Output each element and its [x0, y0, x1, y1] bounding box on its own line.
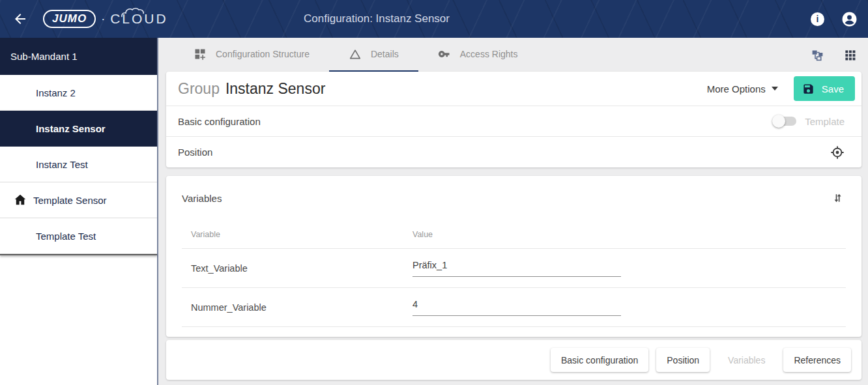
back-button[interactable] — [9, 8, 31, 30]
swap-vertical-icon — [832, 192, 845, 205]
save-floppy-icon — [802, 83, 815, 95]
template-toggle-group: Template — [774, 116, 845, 127]
tab-details[interactable]: Details — [329, 38, 418, 72]
heading-name: Instanz Sensor — [225, 80, 325, 98]
dashboard-add-icon — [194, 48, 207, 61]
more-options-label: More Options — [707, 83, 766, 94]
key-icon — [438, 48, 451, 61]
chevron-down-icon — [772, 87, 778, 91]
variables-nav-button: Variables — [717, 348, 775, 372]
sidebar-item-template-sensor[interactable]: Template Sensor — [0, 182, 157, 218]
variables-header: Variables — [166, 176, 861, 220]
toggle-knob — [772, 115, 785, 128]
account-button[interactable] — [841, 11, 858, 27]
grid-icon — [844, 49, 856, 61]
column-header-variable: Variable — [182, 230, 412, 239]
group-config-card: Group Instanz Sensor More Options — [166, 72, 861, 167]
triangle-icon — [349, 48, 362, 61]
save-button[interactable]: Save — [794, 76, 855, 101]
info-icon: i — [811, 12, 824, 26]
sidebar-item-instanz-test[interactable]: Instanz Test — [0, 147, 157, 182]
group-heading-row: Group Instanz Sensor More Options — [166, 72, 861, 106]
heading-prefix: Group — [178, 80, 220, 98]
home-icon — [13, 193, 27, 207]
tab-bar-actions — [811, 38, 856, 72]
variable-name: Nummer_Variable — [182, 302, 412, 313]
hierarchy-icon — [811, 48, 824, 62]
template-toggle[interactable] — [774, 117, 796, 126]
tab-label: Access Rights — [460, 49, 518, 59]
variables-card: Variables Variable Value Text_Variable — [166, 176, 861, 337]
save-label: Save — [822, 83, 844, 94]
account-icon — [841, 11, 858, 27]
page-title: Configuration: Instanz Sensor — [304, 12, 450, 25]
sidebar-item-instanz-sensor[interactable]: Instanz Sensor — [0, 111, 157, 147]
app-window: JUMO · CLOUD Configuration: Instanz Sens… — [0, 0, 868, 385]
sidebar-item-label: Instanz Sensor — [36, 123, 106, 134]
position-nav-button[interactable]: Position — [656, 348, 710, 372]
tab-configuration-structure[interactable]: Configuration Structure — [174, 38, 329, 72]
info-button[interactable]: i — [811, 12, 824, 26]
cloud-arc-icon — [121, 5, 148, 21]
sidebar-item-label: Instanz Test — [36, 159, 88, 170]
position-label: Position — [178, 147, 212, 158]
sidebar-item-label: Template Sensor — [33, 195, 107, 206]
basic-configuration-label: Basic configuration — [178, 116, 261, 127]
sort-variables-button[interactable] — [832, 192, 845, 205]
jumo-cloud-logo: JUMO · CLOUD — [43, 10, 168, 28]
column-header-value: Value — [412, 230, 846, 239]
heading-actions: More Options Save — [707, 76, 855, 101]
logo-separator: · — [101, 12, 105, 26]
variables-title: Variables — [182, 193, 222, 204]
app-header: JUMO · CLOUD Configuration: Instanz Sens… — [0, 0, 868, 38]
tab-label: Configuration Structure — [216, 49, 310, 59]
basic-configuration-row[interactable]: Basic configuration Template — [166, 106, 861, 137]
tab-bar: Configuration Structure Details Access R… — [160, 38, 868, 72]
template-toggle-label: Template — [805, 116, 845, 127]
jumo-logo-text: JUMO — [43, 10, 96, 28]
sidebar-item-label: Instanz 2 — [36, 87, 76, 98]
sidebar-item-template-test[interactable]: Template Test — [0, 218, 157, 254]
table-row: Text_Variable — [182, 249, 846, 288]
text-variable-input[interactable] — [412, 260, 621, 277]
tab-label: Details — [371, 49, 399, 59]
number-variable-input[interactable] — [412, 299, 621, 316]
sidebar-header: Sub-Mandant 1 — [0, 38, 157, 75]
group-heading: Group Instanz Sensor — [178, 80, 325, 98]
section-nav-footer: Basic configuration Position Variables R… — [166, 340, 861, 380]
variable-name: Text_Variable — [182, 263, 412, 274]
apps-menu-button[interactable] — [844, 49, 856, 61]
sidebar-item-label: Template Test — [36, 231, 96, 242]
variables-table: Variable Value Text_Variable Nummer_Vari… — [182, 220, 846, 327]
basic-configuration-nav-button[interactable]: Basic configuration — [551, 348, 648, 372]
main-content: Configuration Structure Details Access R… — [160, 38, 868, 385]
structure-view-button[interactable] — [811, 48, 824, 62]
locate-button[interactable] — [830, 145, 845, 160]
cloud-logo-text: CLOUD — [110, 11, 168, 27]
arrow-left-icon — [12, 11, 28, 27]
references-nav-button[interactable]: References — [783, 348, 851, 372]
sidebar-divider — [0, 254, 157, 255]
table-row: Nummer_Variable — [182, 288, 846, 327]
locate-crosshair-icon — [830, 145, 845, 160]
sidebar-nav: Instanz 2 Instanz Sensor Instanz Test Te… — [0, 75, 157, 255]
sidebar: Sub-Mandant 1 Instanz 2 Instanz Sensor I… — [0, 38, 158, 385]
position-row[interactable]: Position — [166, 137, 861, 167]
more-options-button[interactable]: More Options — [707, 83, 778, 94]
variables-table-header: Variable Value — [182, 220, 846, 249]
sidebar-item-instanz-2[interactable]: Instanz 2 — [0, 75, 157, 111]
tab-access-rights[interactable]: Access Rights — [418, 38, 538, 72]
header-actions: i — [811, 11, 858, 27]
